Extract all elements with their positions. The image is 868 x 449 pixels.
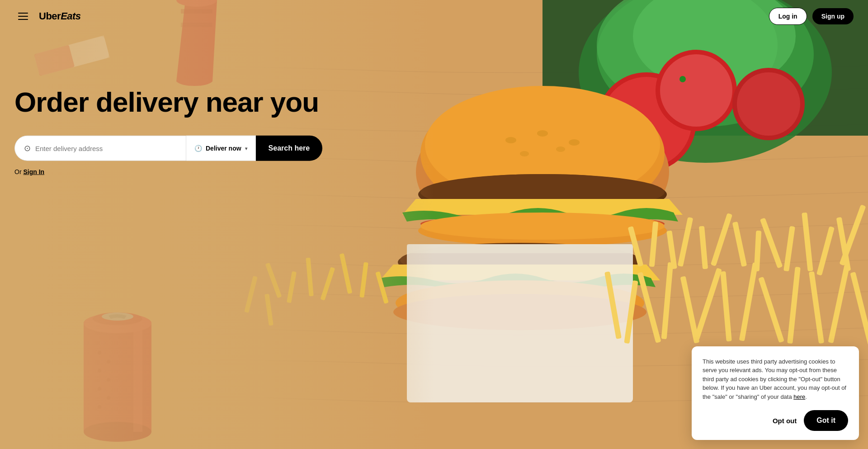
cookie-text: This website uses third party advertisin… [703,357,848,402]
cookie-here-link[interactable]: here [793,393,805,400]
location-icon: ⊙ [24,143,31,153]
chevron-down-icon: ▾ [245,146,247,151]
hero-content: Order delivery near you ⊙ 🕐 Deliver now … [14,87,322,175]
search-row: ⊙ 🕐 Deliver now ▾ Search here [14,136,322,161]
login-button[interactable]: Log in [769,8,807,25]
sign-in-link[interactable]: Sign In [23,168,44,175]
sign-in-prompt: Or Sign In [14,168,322,175]
address-input-wrapper[interactable]: ⊙ [14,136,186,161]
cookie-banner: This website uses third party advertisin… [692,346,859,440]
got-it-button[interactable]: Got it [804,410,848,431]
navbar-right: Log in Sign up [769,8,854,25]
uber-eats-logo: UberEats [39,10,81,22]
svg-point-21 [520,151,529,156]
svg-point-22 [556,147,565,152]
svg-point-14 [737,72,800,136]
deliver-now-label: Deliver now [206,145,241,152]
svg-point-11 [660,54,732,127]
svg-point-27 [420,213,665,240]
navbar-left: UberEats [14,9,81,24]
svg-rect-32 [407,244,633,402]
svg-point-18 [505,137,516,143]
svg-point-12 [679,76,686,82]
opt-out-button[interactable]: Opt out [771,413,798,428]
navbar: UberEats Log in Sign up [0,0,868,33]
clock-icon: 🕐 [194,145,202,152]
address-input[interactable] [35,144,177,152]
hero-title: Order delivery near you [14,87,322,118]
left-overlay [0,0,434,449]
deliver-now-button[interactable]: 🕐 Deliver now ▾ [186,136,256,161]
menu-button[interactable] [14,9,32,24]
cookie-actions: Opt out Got it [703,410,848,431]
svg-point-19 [537,130,548,137]
search-button[interactable]: Search here [256,136,323,161]
svg-rect-33 [407,244,633,253]
signup-button[interactable]: Sign up [812,8,854,24]
svg-point-20 [569,139,580,146]
